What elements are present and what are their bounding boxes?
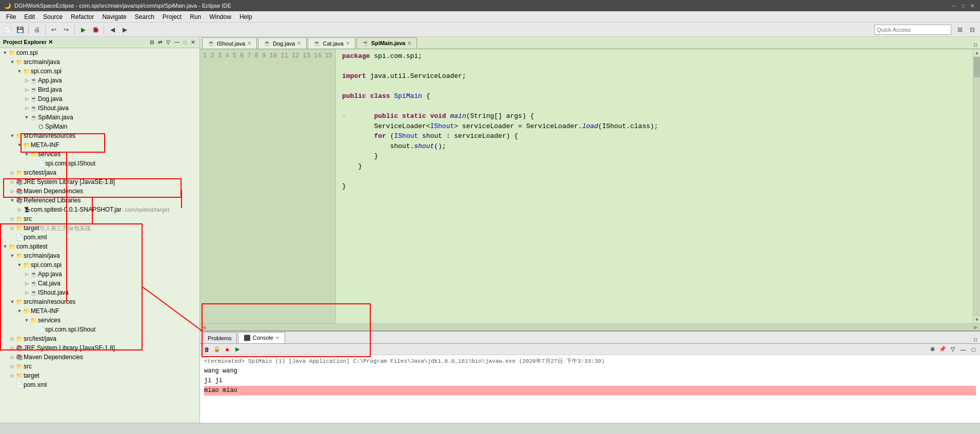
menu-edit[interactable]: Edit [20, 11, 39, 22]
open-perspective-btn[interactable]: ⊟ [967, 24, 978, 35]
new-btn[interactable]: 📄 [2, 24, 13, 35]
print-btn[interactable]: 🖨 [31, 24, 43, 35]
tab-cat-close[interactable]: ✕ [346, 40, 350, 46]
console-max-btn2[interactable]: □ [969, 345, 978, 354]
console-clear-btn[interactable]: 🗑 [202, 345, 211, 354]
tab-console-close[interactable]: ✕ [275, 335, 279, 341]
quick-access-input[interactable] [874, 25, 951, 35]
tree-item-22[interactable]: ▼📁src/main/java [0, 251, 199, 260]
menu-source[interactable]: Source [39, 11, 67, 22]
tab-console[interactable]: ⬛ Console ✕ [238, 332, 285, 343]
tab-spimain-close[interactable]: ✕ [407, 40, 411, 46]
menu-window[interactable]: Window [205, 11, 235, 22]
bottom-max-btn[interactable]: □ [971, 336, 980, 343]
close-btn[interactable]: ✕ [969, 2, 976, 9]
pe-close-btn[interactable]: ✕ [189, 39, 196, 46]
tree-item-11[interactable]: ▼📁services [0, 150, 199, 159]
editor-vscroll[interactable]: ▲ ▼ [973, 49, 980, 323]
scroll-thumb[interactable] [974, 57, 980, 77]
tree-item-29[interactable]: ▼📁services [0, 316, 199, 325]
menu-navigate[interactable]: Navigate [98, 11, 130, 22]
run-btn[interactable]: ▶ [77, 24, 89, 35]
menu-help[interactable]: Help [235, 11, 256, 22]
tree-item-30[interactable]: 📄spi.com.spi.IShout [0, 325, 199, 334]
hscroll-left[interactable]: ◀ [202, 324, 206, 330]
tree-item-14[interactable]: ▷📚JRE System Library [JavaSE-1.8] [0, 177, 199, 187]
tree-item-0[interactable]: ▼📁com.spi [0, 48, 199, 57]
editor-max-btn[interactable]: □ [971, 41, 980, 49]
tree-item-36[interactable]: 📄pom.xml [0, 380, 199, 389]
tab-dog[interactable]: ☕ Dog.java ✕ [258, 37, 307, 49]
tab-problems[interactable]: Problems [202, 332, 237, 343]
console-terminate-btn[interactable]: ■ [223, 345, 232, 354]
tree-item-27[interactable]: ▼📁src/main/resources [0, 297, 199, 306]
tree-item-18[interactable]: ▷📁src [0, 214, 199, 223]
pe-max-btn[interactable]: □ [182, 39, 188, 46]
tab-spimain[interactable]: ☕ SpiMain.java ✕ [356, 37, 417, 49]
tree-item-12[interactable]: 📄spi.com.spi.IShout [0, 159, 199, 168]
debug-btn[interactable]: 🐞 [90, 24, 101, 35]
tree-item-34[interactable]: ▷📁src [0, 362, 199, 371]
console-pin-btn[interactable]: 📌 [938, 345, 947, 354]
scroll-up-btn[interactable]: ▲ [973, 49, 980, 56]
tree-item-2[interactable]: ▼📁spi.com.spi [0, 67, 199, 76]
tree-item-6[interactable]: ▷☕IShout.java [0, 104, 199, 113]
pe-sync-btn[interactable]: ⇄ [156, 39, 164, 46]
tree-item-35[interactable]: ▷📁target [0, 371, 199, 380]
hscroll-right[interactable]: ▶ [974, 324, 978, 330]
scroll-down-btn[interactable]: ▼ [973, 316, 980, 323]
tree-item-20[interactable]: 📄pom.xml [0, 233, 199, 242]
back-btn[interactable]: ◀ [107, 24, 118, 35]
tree-item-31[interactable]: ▷📁src/test/java [0, 334, 199, 343]
tree-item-26[interactable]: ▷☕IShout.java [0, 288, 199, 297]
tree-item-21[interactable]: ▼📁com.spitest [0, 242, 199, 251]
tree-item-10[interactable]: ▼📁META-INF [0, 140, 199, 150]
tree-item-17[interactable]: ▷🗜com.spitest-0.0.1-SNAPSHOT.jar - com/s… [0, 205, 199, 214]
redo-btn[interactable]: ↪ [61, 24, 72, 35]
tree-item-8[interactable]: ⬡SpiMain [0, 122, 199, 131]
pe-tree[interactable]: ▼📁com.spi▼📁src/main/java▼📁spi.com.spi▷☕A… [0, 48, 199, 423]
console-min-btn[interactable]: — [958, 345, 968, 354]
tab-ishout-close[interactable]: ✕ [247, 40, 251, 46]
tree-item-23[interactable]: ▼📁spi.com.spi [0, 260, 199, 270]
tree-item-13[interactable]: ▷📁src/test/java [0, 168, 199, 177]
tab-cat[interactable]: ☕ Cat.java ✕ [308, 37, 355, 49]
tree-item-24[interactable]: ▷☕App.java [0, 270, 199, 279]
console-run-btn[interactable]: ▶ [233, 345, 242, 354]
open-console-btn[interactable]: ⊕ [928, 345, 937, 354]
tree-item-1[interactable]: ▼📁src/main/java [0, 57, 199, 67]
tree-item-33[interactable]: ▷📚Maven Dependencies [0, 353, 199, 362]
tree-item-4[interactable]: ▷☕Bird.java [0, 85, 199, 94]
tree-item-9[interactable]: ▼📁src/main/resources [0, 131, 199, 140]
tree-item-28[interactable]: ▼📁META-INF [0, 306, 199, 316]
tree-item-15[interactable]: ▷📚Maven Dependencies [0, 187, 199, 196]
tree-item-5[interactable]: ▷☕Dog.java [0, 94, 199, 104]
console-scroll-lock-btn[interactable]: 🔒 [212, 345, 222, 354]
tree-item-16[interactable]: ▼📚Referenced Libraries [0, 196, 199, 205]
editor-content[interactable]: 1 2 3 4 5 6 7 8 9 10 11 12 13 14 15 pack… [200, 49, 973, 323]
tree-item-7[interactable]: ▼☕SpiMain.java [0, 113, 199, 122]
menu-search[interactable]: Search [131, 11, 158, 22]
tree-item-32[interactable]: ▷📚JRE System Library [JavaSE-1.8] [0, 343, 199, 353]
editor-hscroll[interactable]: ◀ ▶ [200, 323, 980, 330]
pe-collapse-btn[interactable]: ⊟ [148, 39, 155, 46]
minimize-btn[interactable]: ─ [950, 2, 957, 9]
tree-item-3[interactable]: ▷☕App.java [0, 76, 199, 85]
tab-ishout[interactable]: ☕ IShout.java ✕ [202, 37, 257, 49]
tab-dog-close[interactable]: ✕ [297, 40, 301, 46]
forward-btn[interactable]: ▶ [119, 24, 130, 35]
code-lines[interactable]: package spi.com.spi; import java.util.Se… [336, 49, 973, 323]
console-view-menu-btn[interactable]: ▽ [948, 345, 957, 354]
pe-menu-btn[interactable]: ▽ [165, 39, 172, 46]
maximize-btn[interactable]: □ [959, 2, 967, 9]
tree-item-25[interactable]: ▷☕Cat.java [0, 279, 199, 288]
undo-btn[interactable]: ↩ [48, 24, 59, 35]
maximize-editor-btn[interactable]: ⊞ [954, 24, 966, 35]
menu-file[interactable]: File [2, 11, 20, 22]
menu-run[interactable]: Run [186, 11, 205, 22]
pe-min-btn[interactable]: — [173, 39, 181, 46]
tree-item-19[interactable]: ▷📁target 引入第三方jar包实现 [0, 223, 199, 233]
save-btn[interactable]: 💾 [14, 24, 26, 35]
menu-project[interactable]: Project [158, 11, 186, 22]
menu-refactor[interactable]: Refactor [67, 11, 98, 22]
